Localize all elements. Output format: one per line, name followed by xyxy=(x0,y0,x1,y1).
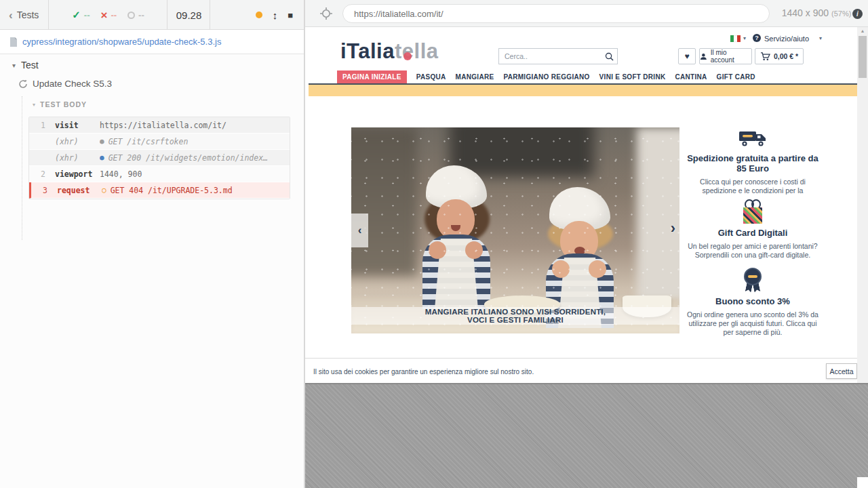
failed-count: -- xyxy=(111,10,117,20)
cart-total: 0,00 € * xyxy=(774,52,798,60)
search-icon xyxy=(605,52,614,61)
test-row[interactable]: Update Check S5.3 xyxy=(18,79,112,89)
spec-file-bar: cypress/integration/shopware5/update-che… xyxy=(0,30,304,54)
carousel-next-button[interactable]: › xyxy=(671,220,675,237)
search-box xyxy=(498,48,618,64)
cart-button[interactable]: 0,00 € * xyxy=(755,48,804,64)
command-message: GET /it/csrftoken xyxy=(108,137,189,146)
hero-caption-line1: MANGIARE ITALIANO SONO VISI SORRIDENTI, xyxy=(425,308,606,316)
account-label: Il mio account xyxy=(711,49,751,64)
command-row-request-failed[interactable]: 3 request ○ GET 404 /it/UPGRADE-5.3.md xyxy=(29,182,290,199)
back-label: Tests xyxy=(17,9,39,20)
indent-guide xyxy=(22,96,22,240)
feature-title: Buono sconto 3% xyxy=(684,296,822,306)
search-input[interactable] xyxy=(499,52,601,60)
request-pending-ring-icon: ○ xyxy=(102,186,106,194)
command-method: request xyxy=(47,186,102,195)
command-row-visit[interactable]: 1 visit https://italiatella.com/it/ xyxy=(29,117,290,134)
command-message: GET 200 /it/widgets/emotion/index… xyxy=(108,153,268,163)
test-body-label: TEST BODY xyxy=(40,100,87,108)
cookie-message: Il sito usa dei cookies per garantire un… xyxy=(313,368,534,375)
outside-viewport-area xyxy=(305,383,868,488)
viewport-zoom-label: (57%) xyxy=(831,9,851,18)
caret-down-small-icon: ▾ xyxy=(33,102,35,108)
command-row-xhr-widgets[interactable]: (xhr) ● GET 200 /it/widgets/emotion/inde… xyxy=(29,150,290,166)
feature-gift-card: Gift Card Digitali Un bel regalo per ami… xyxy=(684,199,822,260)
test-stats: ✓ -- × -- -- xyxy=(50,0,167,30)
scroll-toggle-icon[interactable]: ↕ xyxy=(273,9,278,21)
nav-item-vini[interactable]: VINI E SOFT DRINK xyxy=(599,73,666,81)
service-menu[interactable]: Servizio/aiuto xyxy=(764,35,809,43)
aut-url-input[interactable] xyxy=(342,4,770,23)
nav-item-pasqua[interactable]: PASQUA xyxy=(416,73,446,81)
command-message: https://italiatella.com/it/ xyxy=(100,121,226,130)
logo-part-e-tomato: e xyxy=(402,39,414,63)
logo-part-italia: iTalia xyxy=(340,39,395,63)
aut-viewport: ▾ ? Servizio/aiuto ▾ iTaliatella ♥ xyxy=(305,27,868,383)
hero-carousel-image: MANGIARE ITALIANO SONO VISI SORRIDENTI, … xyxy=(351,127,679,333)
carousel-prev-button[interactable]: ‹ xyxy=(351,214,368,247)
pending-circle-icon xyxy=(127,12,135,19)
cross-icon: × xyxy=(100,9,107,21)
feature-title: Spedizione gratuita a partire da 85 Euro xyxy=(684,153,822,174)
feature-body[interactable]: Clicca qui per conoscere i costi di sped… xyxy=(684,178,822,195)
cookie-accept-button[interactable]: Accetta xyxy=(826,363,857,379)
viewport-size-label: 1440 x 900 xyxy=(773,7,829,18)
timer-value: 09.28 xyxy=(176,9,202,21)
chevron-down-icon[interactable]: ▾ xyxy=(743,35,746,41)
stop-button[interactable]: ■ xyxy=(288,11,293,20)
feature-body[interactable]: Un bel regalo per amici e parenti lontan… xyxy=(684,242,822,260)
nav-item-parmigiano[interactable]: PARMIGIANO REGGIANO xyxy=(503,73,589,81)
auto-scroll-indicator-icon[interactable] xyxy=(256,12,262,18)
search-button[interactable] xyxy=(601,52,617,61)
scrollbar-thumb[interactable] xyxy=(859,36,867,78)
command-method: visit xyxy=(45,121,100,130)
medal-icon xyxy=(684,268,822,292)
running-spinner-icon xyxy=(18,79,28,89)
feature-body[interactable]: Ogni ordine genera uno sconto del 3% da … xyxy=(684,310,822,337)
command-row-xhr-csrftoken[interactable]: (xhr) ● GET /it/csrftoken xyxy=(29,134,290,150)
site-scrollbar[interactable]: ▲ xyxy=(857,27,868,383)
feature-discount: Buono sconto 3% Ogni ordine genera uno s… xyxy=(684,268,822,337)
spec-file-link[interactable]: cypress/integration/shopware5/update-che… xyxy=(22,37,221,47)
chevron-down-icon[interactable]: ▾ xyxy=(819,35,822,41)
runner-header: ‹ Tests ✓ -- × -- -- 09.28 xyxy=(0,0,304,30)
test-body-toggle[interactable]: ▾ TEST BODY xyxy=(33,100,87,108)
logo-part-ll-rollingpin: ll xyxy=(414,39,427,63)
user-icon xyxy=(700,53,707,60)
help-question-icon: ? xyxy=(753,34,761,42)
check-icon: ✓ xyxy=(72,9,81,21)
command-log: 1 visit https://italiatella.com/it/ (xhr… xyxy=(28,117,290,199)
nav-item-gift-card[interactable]: GIFT CARD xyxy=(717,73,755,81)
account-button[interactable]: Il mio account xyxy=(699,48,752,64)
test-title: Update Check S5.3 xyxy=(33,79,112,89)
wishlist-button[interactable]: ♥ xyxy=(678,48,696,64)
nav-item-mangiare[interactable]: MANGIARE xyxy=(456,73,494,81)
stat-failed: × -- xyxy=(100,9,117,21)
selector-playground-icon[interactable] xyxy=(320,7,332,20)
cart-icon xyxy=(760,52,770,61)
command-method: (xhr) xyxy=(45,153,100,163)
feature-shipping: Spedizione gratuita a partire da 85 Euro… xyxy=(684,129,822,195)
site-logo[interactable]: iTaliatella xyxy=(340,39,439,64)
suite-row[interactable]: ▾ Test xyxy=(12,60,39,70)
scrollbar-up-arrow-icon[interactable]: ▲ xyxy=(857,28,868,33)
xhr-pending-dot-icon: ● xyxy=(100,138,104,145)
cypress-runner-window: ‹ Tests ✓ -- × -- -- 09.28 xyxy=(0,0,868,488)
info-icon[interactable]: i xyxy=(852,9,863,19)
test-timer: 09.28 xyxy=(168,0,210,30)
command-number: 2 xyxy=(29,169,45,179)
passed-count: -- xyxy=(84,10,90,20)
command-method: (xhr) xyxy=(45,137,100,146)
nav-item-cantina[interactable]: CANTINA xyxy=(675,73,707,81)
scrollbar-corner xyxy=(857,477,868,488)
heart-icon: ♥ xyxy=(684,52,689,61)
aut-header: 1440 x 900 (57%) i xyxy=(305,0,868,27)
xhr-success-dot-icon: ● xyxy=(100,154,104,161)
truck-icon xyxy=(684,129,822,149)
nav-item-pagina-iniziale[interactable]: PAGINA INIZIALE xyxy=(337,70,407,83)
command-row-viewport[interactable]: 2 viewport 1440, 900 xyxy=(29,166,290,182)
command-message: 1440, 900 xyxy=(100,169,142,179)
back-to-tests-button[interactable]: ‹ Tests xyxy=(0,0,49,30)
language-flag-icon[interactable] xyxy=(730,35,741,42)
